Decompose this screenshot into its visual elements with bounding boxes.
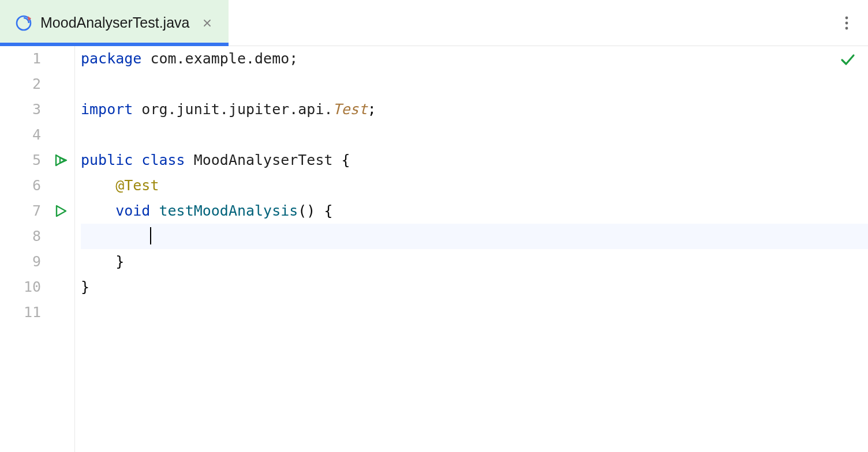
more-options-icon[interactable] <box>840 12 853 35</box>
gutter-line: 6 <box>0 173 74 198</box>
inspection-ok-icon[interactable] <box>840 52 855 67</box>
code-area[interactable]: package com.example.demo; import org.jun… <box>75 46 868 452</box>
code-line[interactable] <box>81 300 868 325</box>
gutter-line: 7 <box>0 198 74 224</box>
svg-marker-6 <box>60 157 66 163</box>
gutter: 1 2 3 4 5 6 7 8 9 10 11 <box>0 46 75 452</box>
code-editor[interactable]: 1 2 3 4 5 6 7 8 9 10 11 <box>0 46 868 452</box>
gutter-line: 11 <box>0 300 74 325</box>
code-line[interactable]: @Test <box>81 173 868 198</box>
code-line[interactable]: import org.junit.jupiter.api.Test; <box>81 97 868 122</box>
tab-bar: MoodAnalyserTest.java <box>0 0 868 46</box>
code-line[interactable]: } <box>81 249 868 274</box>
code-line[interactable]: } <box>81 274 868 300</box>
close-tab-button[interactable] <box>201 17 214 29</box>
text-caret <box>150 227 151 244</box>
gutter-line: 4 <box>0 122 74 148</box>
run-test-icon[interactable] <box>53 203 69 219</box>
gutter-line: 8 <box>0 224 74 249</box>
code-line[interactable]: public class MoodAnalyserTest { <box>81 148 868 173</box>
svg-point-3 <box>845 21 848 24</box>
run-class-icon[interactable] <box>53 152 69 168</box>
gutter-line: 1 <box>0 46 74 71</box>
code-line-current[interactable] <box>81 224 868 249</box>
gutter-line: 9 <box>0 249 74 274</box>
gutter-line: 5 <box>0 148 74 173</box>
svg-point-2 <box>845 16 848 19</box>
tab-file[interactable]: MoodAnalyserTest.java <box>0 0 229 46</box>
svg-marker-7 <box>57 206 66 216</box>
code-line[interactable] <box>81 71 868 97</box>
code-line[interactable] <box>81 122 868 148</box>
tab-title: MoodAnalyserTest.java <box>40 14 189 31</box>
tab-bar-actions <box>840 0 868 46</box>
java-test-file-icon <box>15 14 32 32</box>
gutter-line: 3 <box>0 97 74 122</box>
gutter-line: 10 <box>0 274 74 300</box>
gutter-line: 2 <box>0 71 74 97</box>
code-line[interactable]: package com.example.demo; <box>81 46 868 71</box>
code-line[interactable]: void testMoodAnalysis() { <box>81 198 868 224</box>
svg-point-4 <box>845 27 848 29</box>
